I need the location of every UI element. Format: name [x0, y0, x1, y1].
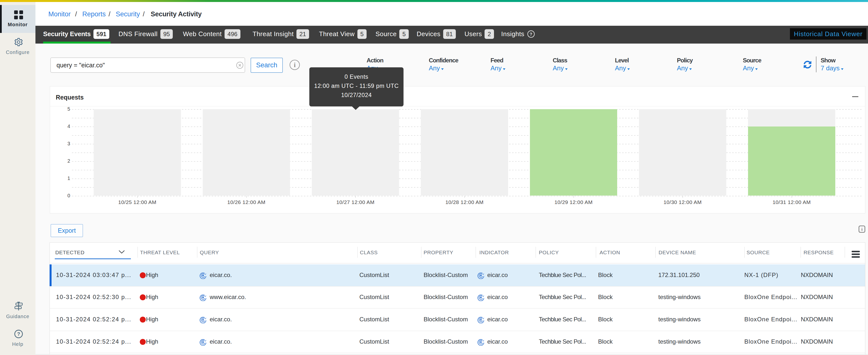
svg-text:i: i: [294, 61, 296, 69]
svg-text:?: ?: [17, 331, 20, 337]
svg-text:?: ?: [530, 32, 532, 37]
svg-text:i: i: [861, 227, 863, 232]
